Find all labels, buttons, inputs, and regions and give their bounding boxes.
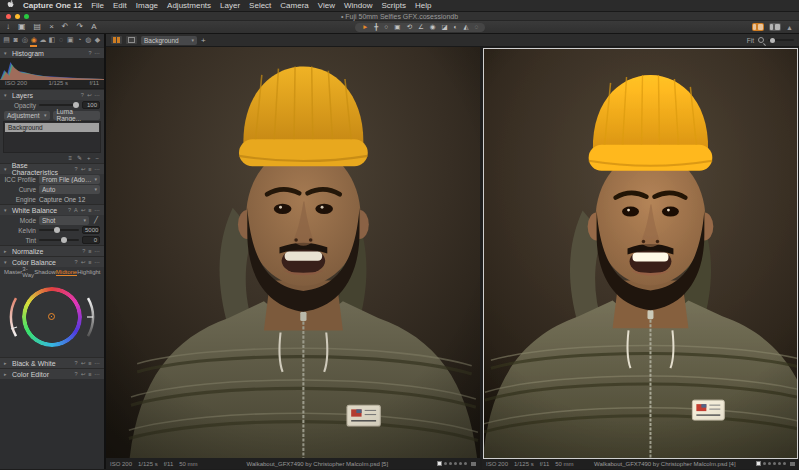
tab-library-icon[interactable]: ▤ <box>3 34 10 47</box>
multi-view-icon[interactable] <box>111 36 122 44</box>
more-icon[interactable]: ⋯ <box>95 207 101 213</box>
tab-midtone[interactable]: Midtone <box>56 269 77 276</box>
tag-icon[interactable] <box>471 462 476 466</box>
kelvin-value[interactable]: 5000 <box>82 226 100 234</box>
tools-toggle-icon[interactable] <box>769 23 781 31</box>
layer-list-icon[interactable]: ≡ <box>68 155 72 161</box>
tab-highlight[interactable]: Highlight <box>77 269 100 275</box>
presets-icon[interactable]: ≡ <box>88 360 91 366</box>
disclosure-icon[interactable]: ▸ <box>4 360 9 366</box>
zoom-slider[interactable] <box>768 39 794 41</box>
spot-removal-tool-icon[interactable]: ◉ <box>430 24 436 31</box>
help-icon[interactable]: ? <box>68 207 71 213</box>
crop-tool-icon[interactable]: ▣ <box>394 24 400 31</box>
help-icon[interactable]: ? <box>81 92 84 98</box>
presets-icon[interactable]: ≡ <box>88 248 91 254</box>
icc-profile-dropdown[interactable]: From File (Adobe RGB (1998))▾ <box>39 175 100 184</box>
help-icon[interactable]: ? <box>75 371 78 377</box>
hue-point-marker[interactable] <box>48 313 55 320</box>
add-layer-icon[interactable]: + <box>201 36 206 45</box>
kelvin-slider[interactable] <box>39 229 79 231</box>
luma-range-button[interactable]: Luma Range... <box>53 111 101 120</box>
more-icon[interactable]: ⋯ <box>95 166 101 172</box>
layers-header[interactable]: ▾ Layers ? ↩ ⋯ <box>0 89 104 100</box>
saturation-arc-slider[interactable] <box>11 298 16 336</box>
color-tag-checkbox[interactable] <box>756 461 761 466</box>
apple-menu[interactable] <box>7 0 14 11</box>
help-icon[interactable]: ? <box>88 50 91 56</box>
color-editor-header[interactable]: ▸ Color Editor ? ↩ ≡ ⋯ <box>0 368 104 379</box>
menu-item-select[interactable]: Select <box>249 1 271 10</box>
remove-layer-icon[interactable]: − <box>95 155 99 161</box>
help-icon[interactable]: ? <box>82 248 85 254</box>
more-icon[interactable]: ⋯ <box>95 248 101 254</box>
menu-item-camera[interactable]: Camera <box>280 1 308 10</box>
tag-icon[interactable] <box>790 462 795 466</box>
menu-item-scripts[interactable]: Scripts <box>381 1 405 10</box>
more-icon[interactable]: ⋯ <box>95 360 101 366</box>
tab-share-icon[interactable]: ◆ <box>94 34 101 47</box>
straighten-tool-icon[interactable]: ∠ <box>418 24 424 31</box>
menu-item-window[interactable]: Window <box>344 1 372 10</box>
export-icon[interactable]: ▤ <box>34 23 42 31</box>
pick-color-tool-icon[interactable]: ◭ <box>464 24 469 31</box>
photo-variant-5[interactable] <box>106 47 480 458</box>
more-icon[interactable]: ⋯ <box>95 259 101 265</box>
capture-icon[interactable]: ▣ <box>18 23 26 31</box>
tab-shadow[interactable]: Shadow <box>34 269 56 275</box>
reset-icon[interactable]: ↩ <box>81 360 86 366</box>
layer-item-background[interactable]: Background <box>5 123 99 132</box>
rotate-tool-icon[interactable]: ⟲ <box>406 24 411 31</box>
add-layer-icon[interactable]: + <box>87 155 91 161</box>
wb-eyedropper-icon[interactable]: ╱ <box>92 216 100 224</box>
menu-item-app[interactable]: Capture One 12 <box>23 1 82 10</box>
help-icon[interactable]: ? <box>75 166 78 172</box>
menu-item-adjustments[interactable]: Adjustments <box>167 1 211 10</box>
reset-icon[interactable]: ↩ <box>81 259 86 265</box>
disclosure-icon[interactable]: ▾ <box>4 92 9 98</box>
draw-mask-tool-icon[interactable]: ◪ <box>441 24 447 31</box>
reset-icon[interactable]: ↩ <box>81 371 86 377</box>
reset-icon[interactable]: ↩ <box>87 92 92 98</box>
rating-widget[interactable] <box>437 461 476 466</box>
undo-icon[interactable]: ↶ <box>62 23 69 31</box>
menu-item-view[interactable]: View <box>318 1 335 10</box>
white-balance-header[interactable]: ▾ White Balance ? A ↩ ≡ ⋯ <box>0 204 104 215</box>
more-icon[interactable]: ⋯ <box>95 50 101 56</box>
tab-lens-icon[interactable]: ◎ <box>21 34 28 47</box>
disclosure-icon[interactable]: ▸ <box>4 248 9 254</box>
tab-master[interactable]: Master <box>4 269 22 275</box>
reset-icon[interactable]: ↩ <box>81 166 86 172</box>
more-icon[interactable]: ⋯ <box>95 371 101 377</box>
help-icon[interactable]: ? <box>75 259 78 265</box>
tab-capture-icon[interactable]: ◙ <box>12 34 19 47</box>
menu-item-help[interactable]: Help <box>415 1 431 10</box>
presets-icon[interactable]: ≡ <box>88 207 91 213</box>
warning-icon[interactable]: ▲ <box>786 24 793 31</box>
help-icon[interactable]: ? <box>75 360 78 366</box>
tab-batch-icon[interactable]: ◍ <box>85 34 92 47</box>
menu-item-layer[interactable]: Layer <box>220 1 240 10</box>
fit-label[interactable]: Fit <box>747 37 754 44</box>
reset-icon[interactable]: ↩ <box>81 207 86 213</box>
disclosure-icon[interactable]: ▾ <box>4 207 9 213</box>
select-cursor-icon[interactable]: ► <box>362 24 368 31</box>
browser-toggle-icon[interactable] <box>752 23 764 31</box>
pan-tool-icon[interactable]: ╋ <box>374 24 378 31</box>
menu-item-image[interactable]: Image <box>136 1 158 10</box>
menu-item-file[interactable]: File <box>91 1 104 10</box>
viewer-layer-dropdown[interactable]: Background▾ <box>141 36 197 45</box>
menu-item-edit[interactable]: Edit <box>113 1 127 10</box>
draw-mask-icon[interactable]: ✎ <box>77 154 82 161</box>
curve-dropdown[interactable]: Auto▾ <box>39 185 100 194</box>
annotation-tool-icon[interactable]: ◌ <box>475 24 479 31</box>
disclosure-icon[interactable]: ▾ <box>4 50 9 56</box>
histogram-header[interactable]: ▾ Histogram ? ⋯ <box>0 47 104 58</box>
import-icon[interactable]: ↓ <box>6 23 10 31</box>
base-characteristics-header[interactable]: ▾ Base Characteristics ? ↩ ≡ ⋯ <box>0 163 104 174</box>
normalize-header[interactable]: ▸ Normalize ? ≡ ⋯ <box>0 245 104 256</box>
presets-icon[interactable]: ≡ <box>88 371 91 377</box>
loupe-tool-icon[interactable]: ○ <box>384 24 388 31</box>
redo-icon[interactable]: ↷ <box>77 23 84 31</box>
color-tag-checkbox[interactable] <box>437 461 442 466</box>
